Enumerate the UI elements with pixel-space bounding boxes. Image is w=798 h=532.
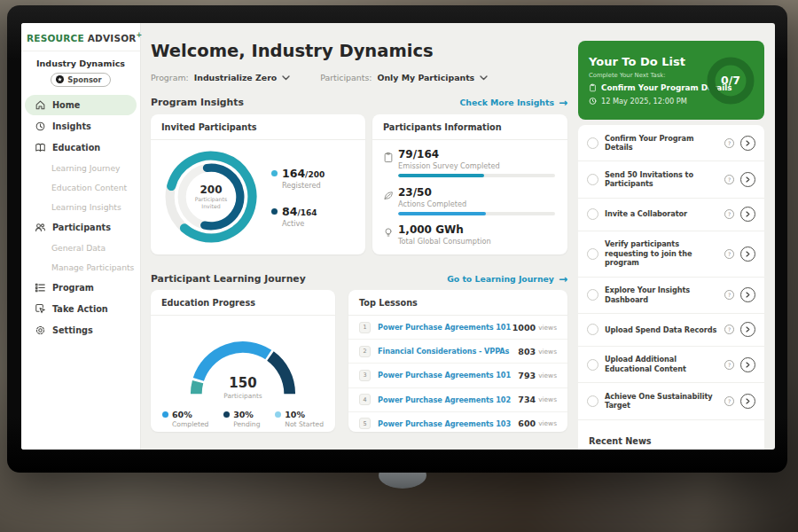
task-row: Upload Additional Educational Content ? [578, 346, 764, 382]
lesson-rank: 2 [359, 346, 371, 357]
info-icon[interactable]: ? [724, 175, 734, 184]
gauge-chart: 150 Participants [168, 325, 318, 400]
stat-value: 23/50 [398, 186, 555, 199]
not-started-bullet [275, 411, 281, 418]
active-value: 84 [282, 205, 297, 218]
sidebar-item-learning-journey[interactable]: Learning Journey [25, 159, 137, 177]
task-open-button[interactable] [740, 172, 755, 187]
task-checkbox[interactable] [587, 324, 598, 335]
sidebar-item-insights[interactable]: Insights [25, 116, 137, 137]
info-icon[interactable]: ? [724, 325, 734, 334]
sidebar-item-program[interactable]: Program [25, 278, 137, 298]
sidebar-nav: Home Insights Education Learning Journey… [21, 95, 140, 340]
leaf-icon [383, 190, 394, 201]
info-icon[interactable]: ? [724, 396, 734, 406]
donut-legend: 164/200 Registered 84/164 Active [271, 167, 325, 228]
card-title: Participants Information [372, 114, 567, 140]
page-title: Welcome, Industry Dynamics [151, 41, 434, 61]
task-row: Invite a Collaborator ? [578, 198, 764, 231]
sidebar: RESOURCE ADVISOR+ Industry Dynamics Spon… [21, 23, 141, 450]
lesson-rank: 3 [359, 370, 371, 381]
lesson-link[interactable]: Power Purchase Agreements 101 [378, 323, 512, 332]
donut-center: 200 Participants Invited [160, 145, 262, 248]
lesson-row: 2 Financial Considerations - VPPAs 803 v… [348, 339, 567, 363]
lesson-row: 3 Power Purchase Agreements 101 793 view… [348, 363, 567, 387]
check-more-insights-link[interactable]: Check More Insights → [459, 98, 567, 108]
arrow-right-icon: → [559, 274, 567, 285]
task-label: Upload Additional Educational Content [605, 355, 718, 373]
lesson-link[interactable]: Power Purchase Agreements 101 [378, 371, 518, 379]
go-to-learning-journey-link[interactable]: Go to Learning Journey → [447, 274, 567, 285]
section-title: Participant Learning Journey [151, 273, 306, 285]
task-open-button[interactable] [740, 207, 755, 222]
sidebar-item-education[interactable]: Education [25, 137, 137, 158]
stage: RESOURCE ADVISOR+ Industry Dynamics Spon… [0, 0, 798, 532]
recent-news-title: Recent News [589, 436, 652, 446]
app-logo: RESOURCE ADVISOR+ [21, 23, 140, 51]
sidebar-item-general-data[interactable]: General Data [25, 239, 137, 257]
task-row: Verify participants requesting to join t… [578, 231, 764, 277]
task-checkbox[interactable] [587, 174, 598, 185]
program-dropdown[interactable]: Program: Industrialize Zero [151, 73, 290, 82]
sidebar-item-take-action[interactable]: Take Action [25, 299, 137, 319]
stat-label: Emission Survey Completed [398, 161, 555, 170]
lesson-link[interactable]: Financial Considerations - VPPAs [378, 347, 518, 356]
completed-bullet [162, 411, 168, 418]
info-icon[interactable]: ? [724, 209, 734, 219]
gear-icon [35, 325, 46, 336]
stat-total-consumption: 1,000 GWh Total Global Consumption [383, 223, 555, 246]
lesson-rank: 1 [359, 322, 371, 333]
participants-dropdown[interactable]: Participants: Only My Participants [320, 73, 488, 82]
gauge-value: 150 [168, 375, 318, 391]
task-row: Achieve One Sustainability Target ? [578, 382, 764, 419]
task-open-button[interactable] [740, 322, 755, 337]
task-checkbox[interactable] [587, 208, 598, 220]
active-bullet [271, 208, 278, 215]
progress-bar [398, 174, 555, 177]
sponsor-label: Sponsor [67, 75, 101, 84]
sidebar-item-learning-insights[interactable]: Learning Insights [25, 198, 137, 216]
lesson-views: 803 [518, 347, 536, 356]
info-icon[interactable]: ? [724, 360, 734, 370]
sidebar-item-participants[interactable]: Participants [25, 217, 137, 238]
views-label: views [538, 324, 557, 332]
task-open-button[interactable] [740, 287, 755, 302]
participants-label: Participants: [320, 73, 372, 82]
task-label: Upload Spend Data Records [605, 325, 718, 335]
donut-chart: 200 Participants Invited [160, 145, 262, 248]
info-icon[interactable]: ? [724, 249, 734, 259]
info-icon[interactable]: ? [724, 138, 734, 148]
task-open-button[interactable] [740, 357, 755, 372]
task-open-button[interactable] [740, 394, 755, 409]
stat-value: 79/164 [398, 148, 555, 160]
gauge-legend: 60% Completed 30% Pending 10% Not Starte… [151, 400, 335, 428]
todo-title: Your To Do List [589, 55, 705, 68]
task-checkbox[interactable] [587, 289, 598, 301]
stat-label: Actions Completed [398, 200, 555, 208]
task-checkbox[interactable] [587, 395, 598, 407]
logo-advisor: ADVISOR [88, 33, 137, 43]
lesson-link[interactable]: Power Purchase Agreements 103 [378, 419, 518, 428]
task-checkbox[interactable] [587, 137, 598, 149]
task-checkbox[interactable] [587, 359, 598, 371]
task-row: Send 50 Invitations to Participants ? [578, 160, 764, 197]
sidebar-item-education-content[interactable]: Education Content [25, 178, 137, 197]
info-icon[interactable]: ? [724, 290, 734, 300]
lesson-link[interactable]: Power Purchase Agreements 102 [378, 395, 518, 404]
lesson-row: 4 Power Purchase Agreements 102 734 view… [348, 387, 567, 411]
org-name: Industry Dynamics [21, 59, 140, 68]
progress-bar [398, 212, 555, 215]
sidebar-item-settings[interactable]: Settings [25, 320, 137, 340]
link-label: Go to Learning Journey [447, 274, 554, 284]
insights-icon [35, 121, 46, 132]
lesson-row: 5 Power Purchase Agreements 103 600 view… [348, 411, 567, 435]
sidebar-item-manage-participants[interactable]: Manage Participants [25, 258, 137, 277]
completed-pct: 60% [172, 410, 192, 419]
sidebar-item-home[interactable]: Home [25, 95, 137, 115]
task-checkbox[interactable] [587, 248, 598, 260]
active-total: /164 [297, 208, 317, 217]
task-open-button[interactable] [740, 136, 755, 151]
task-open-button[interactable] [740, 246, 755, 262]
clock-icon [589, 97, 597, 106]
participants-stats: 79/164 Emission Survey Completed 23/50 A… [372, 140, 567, 246]
